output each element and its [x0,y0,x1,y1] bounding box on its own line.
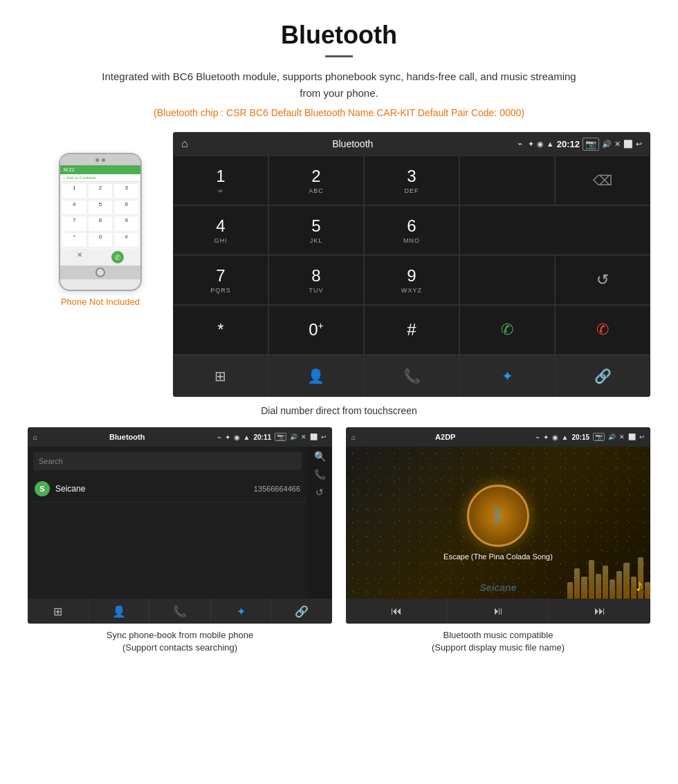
phone-screen-header: M:22 [60,165,140,174]
pb-home-icon[interactable]: ⌂ [33,433,37,441]
bluetooth-icon[interactable]: ✦ [460,355,556,397]
pb-call-icon[interactable]: 📞 [149,599,210,624]
ms-back-icon[interactable]: ↩ [639,433,645,440]
statusbar-time: 20:12 [557,139,580,149]
pb-sidebar-search-icon[interactable]: 🔍 [314,451,326,462]
top-section: M:22 + Add to Contacts 1 2 3 4 5 6 7 8 9… [28,132,650,397]
call-log-icon[interactable]: 📞 [364,355,459,397]
pb-link-icon[interactable]: 🔗 [272,599,332,624]
ms-controls: ⏮ ⏯ ⏭ [346,599,650,624]
pb-close-icon[interactable]: ✕ [301,433,306,440]
pb-contacts-icon[interactable]: 👤 [89,599,149,624]
dial-key-9[interactable]: 9WXYZ [364,255,459,305]
phone-key-9[interactable]: 9 [113,216,139,232]
car-dial-screen: ⌂ Bluetooth ⌁ ✦ ◉ ▲ 20:12 📷 🔊 ✕ ⬜ ↩ [173,132,650,397]
pb-contact-name: Seicane [55,484,248,494]
ms-loc-icon: ◉ [552,433,558,441]
pb-vol-icon[interactable]: 🔊 [290,433,297,440]
dial-key-6[interactable]: 6MNO [364,205,459,255]
dial-redial-button[interactable]: ↺ [555,255,650,305]
phone-key-3[interactable]: 3 [113,183,139,199]
dial-key-7[interactable]: 7PQRS [173,255,268,305]
phone-bottom [60,265,140,279]
ms-time: 20:15 [571,433,589,441]
dial-key-3[interactable]: 3DEF [364,156,459,205]
phone-speaker [102,158,105,162]
ms-prev-button[interactable]: ⏮ [346,599,448,624]
phone-key-8[interactable]: 8 [88,216,113,232]
dial-call-button[interactable]: ✆ [459,305,555,355]
dial-display [459,156,555,205]
signal-icon: ▲ [547,140,554,148]
ms-vol-icon[interactable]: 🔊 [608,433,616,440]
music-block: ⌂ A2DP ⌁ ✦ ◉ ▲ 20:15 📷 🔊 ✕ ⬜ ↩ [346,427,650,654]
volume-icon[interactable]: 🔊 [602,140,612,149]
fullscreen-icon[interactable]: ⬜ [623,140,633,149]
pb-contact-number: 13566664466 [254,485,300,493]
phone-key-1[interactable]: 1 [62,183,87,199]
dial-caption: Dial number direct from touchscreen [261,405,417,416]
phone-key-star[interactable]: * [62,232,87,248]
ms-play-pause-button[interactable]: ⏯ [448,599,549,624]
dial-key-hash[interactable]: # [364,305,459,355]
pb-sidebar-call-icon[interactable]: 📞 [314,469,326,480]
dial-key-0[interactable]: 0+ [268,305,364,355]
pb-dialpad-icon[interactable]: ⊞ [28,599,89,624]
seicane-watermark: Seicane [480,582,517,593]
dial-key-star[interactable]: * [173,305,268,355]
pb-contact-row[interactable]: S Seicane 13566664466 [28,476,307,503]
phone-key-2[interactable]: 2 [88,183,113,199]
pb-bluetooth-icon[interactable]: ✦ [211,599,272,624]
main-content: M:22 + Add to Contacts 1 2 3 4 5 6 7 8 9… [0,125,678,668]
phone-key-5[interactable]: 5 [88,200,113,216]
phone-key-6[interactable]: 6 [113,200,139,216]
dial-key-4[interactable]: 4GHI [173,205,268,255]
phone-illustration: M:22 + Add to Contacts 1 2 3 4 5 6 7 8 9… [59,153,142,291]
pb-fs-icon[interactable]: ⬜ [310,433,318,440]
phonebook-screen: ⌂ Bluetooth ⌁ ✦ ◉ ▲ 20:11 📷 🔊 ✕ ⬜ ↩ [28,427,332,624]
dial-key-8[interactable]: 8TUV [268,255,364,305]
ms-camera-icon[interactable]: 📷 [593,433,605,441]
dial-delete-button[interactable]: ⌫ [555,156,650,205]
dial-key-2[interactable]: 2ABC [268,156,364,205]
ms-title: A2DP [359,433,531,441]
ms-fs-icon[interactable]: ⬜ [628,433,636,440]
pb-sidebar: 🔍 📞 ↺ [307,447,332,599]
phone-call-button[interactable]: ✆ [111,251,124,263]
page-title: Bluetooth [14,21,664,50]
pb-sidebar-refresh-icon[interactable]: ↺ [315,487,324,498]
phone-add-contact: + Add to Contacts [60,174,140,182]
ms-close-icon[interactable]: ✕ [619,433,625,440]
bottom-screenshots: ⌂ Bluetooth ⌁ ✦ ◉ ▲ 20:11 📷 🔊 ✕ ⬜ ↩ [28,427,650,654]
phone-call-row: ✕ ✆ [60,249,140,265]
phone-home-button[interactable] [95,268,105,277]
dial-key-5[interactable]: 5JKL [268,205,364,255]
ms-album-art: ᛒ [467,485,529,547]
link-icon[interactable]: 🔗 [556,355,650,397]
home-icon[interactable]: ⌂ [181,138,188,150]
pb-search-bar[interactable]: Search [33,452,302,470]
pb-back-icon[interactable]: ↩ [321,433,327,440]
ms-next-button[interactable]: ⏭ [549,599,650,624]
phone-key-7[interactable]: 7 [62,216,87,232]
ms-bluetooth-art-icon: ᛒ [492,504,504,528]
pb-camera-icon[interactable]: 📷 [275,433,286,441]
pb-time: 20:11 [253,433,271,441]
camera-icon[interactable]: 📷 [583,138,599,151]
phone-not-included-label: Phone Not Included [61,297,140,307]
statusbar-title: Bluetooth [194,138,512,149]
dialpad-icon[interactable]: ⊞ [173,355,268,397]
close-icon[interactable]: ✕ [614,140,621,149]
phone-key-0[interactable]: 0 [88,232,113,248]
usb-icon: ⌁ [517,139,522,149]
location-icon: ◉ [537,140,544,149]
dial-key-1[interactable]: 1∞ [173,156,268,205]
ms-home-icon[interactable]: ⌂ [351,433,356,441]
phone-key-hash[interactable]: # [113,232,139,248]
contacts-icon[interactable]: 👤 [268,355,364,397]
phone-key-4[interactable]: 4 [62,200,87,216]
back-icon[interactable]: ↩ [636,140,642,149]
phone-screen: M:22 + Add to Contacts 1 2 3 4 5 6 7 8 9… [60,165,140,265]
dialpad-grid: 1∞ 2ABC 3DEF ⌫ 4GHI 5JKL [173,156,650,355]
dial-hangup-button[interactable]: ✆ [555,305,650,355]
